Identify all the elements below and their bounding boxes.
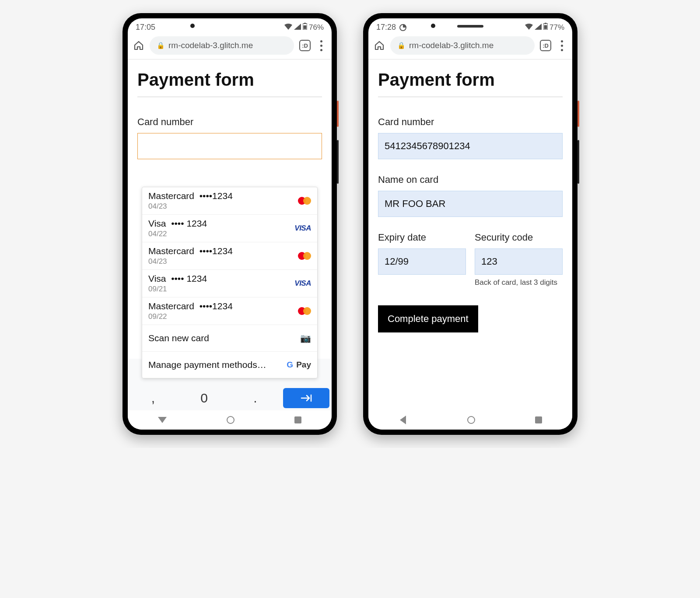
gpay-icon: G Pay: [287, 360, 311, 370]
nav-overview-icon[interactable]: [294, 416, 301, 423]
signal-icon: [294, 23, 301, 32]
card-number-label: Card number: [378, 116, 563, 128]
name-on-card-input[interactable]: MR FOO BAR: [378, 191, 563, 217]
menu-icon[interactable]: [316, 40, 326, 51]
autofill-card-4[interactable]: Mastercard ••••1234 09/22: [142, 297, 317, 325]
status-bar: 17:28 77%: [368, 18, 572, 34]
data-saver-icon: [399, 24, 406, 31]
page-title: Payment form: [378, 70, 563, 97]
browser-toolbar: 🔒 rm-codelab-3.glitch.me :D: [128, 34, 332, 59]
url-text: rm-codelab-3.glitch.me: [409, 41, 494, 50]
svg-rect-5: [544, 25, 547, 29]
status-time: 17:28: [376, 23, 396, 32]
battery-pct: 76%: [309, 23, 324, 32]
autofill-card-2[interactable]: Mastercard ••••1234 04/23: [142, 242, 317, 270]
key-go[interactable]: [283, 388, 329, 408]
nav-back-icon[interactable]: [158, 417, 167, 423]
key-comma[interactable]: ,: [128, 386, 178, 410]
wifi-icon: [525, 23, 533, 32]
url-text: rm-codelab-3.glitch.me: [168, 41, 253, 50]
svg-rect-1: [304, 23, 306, 24]
battery-icon: [543, 23, 548, 32]
volume-button: [337, 140, 339, 184]
visa-icon: VISA: [294, 224, 311, 233]
android-navbar: [128, 410, 332, 430]
mastercard-icon: [298, 307, 311, 315]
svg-rect-2: [303, 25, 306, 29]
key-period[interactable]: .: [230, 386, 281, 410]
scan-card-option[interactable]: Scan new card 📷: [142, 325, 317, 352]
phone-right: 17:28 77% 🔒 rm-cod: [363, 13, 578, 435]
home-icon[interactable]: [133, 40, 144, 51]
key-0[interactable]: 0: [179, 386, 230, 410]
nav-back-icon[interactable]: [400, 416, 406, 424]
camera-icon: 📷: [300, 333, 311, 343]
home-icon[interactable]: [374, 40, 385, 51]
autofill-dropdown: Mastercard ••••1234 04/23 Visa •••• 1234…: [142, 187, 318, 378]
battery-icon: [303, 23, 307, 32]
volume-button: [578, 140, 579, 184]
autofill-card-1[interactable]: Visa •••• 1234 04/22 VISA: [142, 215, 317, 242]
url-bar[interactable]: 🔒 rm-codelab-3.glitch.me: [390, 36, 535, 55]
page-content: Payment form Card number 541234567890123…: [368, 59, 572, 410]
nav-home-icon[interactable]: [467, 416, 475, 424]
power-button: [578, 101, 579, 127]
lock-icon: 🔒: [157, 42, 165, 49]
manage-payment-option[interactable]: Manage payment methods… G Pay: [142, 352, 317, 378]
screen-right: 17:28 77% 🔒 rm-cod: [368, 18, 572, 430]
cvv-label: Security code: [475, 232, 563, 243]
lock-icon: 🔒: [397, 42, 406, 49]
signal-icon: [535, 23, 542, 32]
card-number-label: Card number: [137, 116, 322, 128]
expiry-label: Expiry date: [378, 232, 466, 243]
menu-icon[interactable]: [556, 40, 567, 51]
screen-left: 17:05 76% 🔒 rm-codelab-3.glitch.me: [128, 18, 332, 430]
card-number-input[interactable]: 5412345678901234: [378, 133, 563, 159]
complete-payment-button[interactable]: Complete payment: [378, 305, 478, 332]
wifi-icon: [284, 23, 292, 32]
url-bar[interactable]: 🔒 rm-codelab-3.glitch.me: [150, 36, 294, 55]
nav-overview-icon[interactable]: [535, 416, 542, 423]
autofill-card-3[interactable]: Visa •••• 1234 09/21 VISA: [142, 270, 317, 297]
battery-pct: 77%: [550, 23, 564, 32]
svg-rect-4: [545, 23, 546, 24]
android-navbar: [368, 410, 572, 430]
nav-home-icon[interactable]: [227, 416, 234, 424]
page-title: Payment form: [137, 70, 322, 97]
tabs-icon[interactable]: :D: [299, 40, 311, 51]
cvv-hint: Back of card, last 3 digits: [475, 278, 563, 287]
mastercard-icon: [298, 196, 311, 205]
name-on-card-label: Name on card: [378, 174, 563, 185]
card-number-input[interactable]: [137, 133, 322, 159]
power-button: [337, 101, 339, 127]
expiry-input[interactable]: 12/99: [378, 248, 466, 275]
autofill-card-0[interactable]: Mastercard ••••1234 04/23: [142, 187, 317, 215]
tabs-icon[interactable]: :D: [540, 40, 551, 51]
phone-left: 17:05 76% 🔒 rm-codelab-3.glitch.me: [122, 13, 337, 435]
cvv-input[interactable]: 123: [475, 248, 563, 275]
browser-toolbar: 🔒 rm-codelab-3.glitch.me :D: [368, 34, 572, 59]
status-time: 17:05: [136, 23, 155, 32]
status-bar: 17:05 76%: [128, 18, 332, 34]
visa-icon: VISA: [294, 279, 311, 288]
mastercard-icon: [298, 252, 311, 260]
